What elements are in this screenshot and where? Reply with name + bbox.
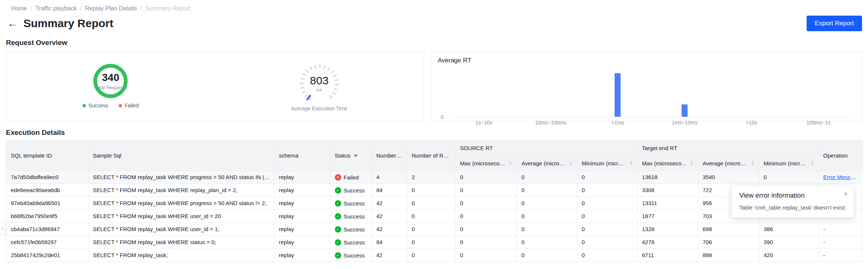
cell-s-max: 0 [455,184,517,197]
back-arrow-icon[interactable]: ← [7,19,17,29]
cell-s-max: 0 [455,223,517,236]
chart-column [651,69,718,117]
x-tick-label: <1ms [584,120,651,126]
side-panel-handle[interactable]: ‹ [0,222,5,235]
cell-number: 42 [372,197,407,210]
cell-t-max: 4278 [637,236,698,249]
col-schema: schema [274,141,330,171]
x-tick-label: 10ms~100ms [517,120,584,126]
sorter-icon[interactable]: ▲▼ [751,161,755,166]
popup-title: View error information [739,192,846,200]
x-tick-label: 1ms~10ms [651,120,718,126]
cell-status: ✓Success [330,184,372,197]
cell-schema: replay [274,171,330,184]
sorter-icon[interactable]: ▲▼ [630,161,633,166]
sorter-icon[interactable]: ▲▼ [811,161,814,166]
status-label: Success [344,252,365,259]
cell-s-avg: 0 [517,223,577,236]
bar [615,73,621,117]
status-label: Success [344,213,365,220]
col-group-target-end-rt: Target end RT [637,141,819,156]
status-label: Success [344,226,365,233]
success-icon: ✓ [335,252,341,259]
cell-number-re: 0 [407,249,455,262]
y-axis-tick: 0 [441,114,444,120]
legend-failed-label: Failed [125,103,139,108]
cell-number: 84 [372,184,407,197]
cell-status: ✓Success [330,210,372,223]
cell-schema: replay [274,210,330,223]
request-overview-title: Request Overview [6,39,868,47]
legend-success[interactable]: Success [83,103,108,108]
page-header: ← Summary Report Export Report [0,12,868,31]
popup-message: Table 'cmh_table.replay_task' doesn't ex… [739,204,846,211]
breadcrumb-item-home[interactable]: Home [11,5,27,12]
breadcrumb-item-replay-plan-details[interactable]: Replay Plan Details [85,5,137,12]
cell-sql: SELECT * FROM replay_task WHERE replay_p… [88,184,274,197]
cell-sql: SELECT * FROM replay_task WHERE progress… [88,171,274,184]
col-source-avg: Average (microsecond...▲▼ [517,156,577,171]
cell-s-avg: 0 [517,197,577,210]
close-icon[interactable]: ✕ [843,191,848,197]
chart-column [718,69,785,117]
dial-gauge: 803 us [293,61,345,105]
breadcrumb-item-summary-report: Summary Report [145,5,190,12]
cell-s-min: 0 [577,171,637,184]
chart-column [517,69,584,117]
cell-s-avg: 0 [517,236,577,249]
chart-title: Average RT [438,57,855,64]
donut-chart: 340 Total Requests [93,64,128,98]
cell-sql: SELECT * FROM replay_task WHERE user_id … [88,210,274,223]
failed-dot-icon [119,104,122,107]
col-target-max: Max (microseconds)...▲▼ [637,156,698,171]
legend-failed[interactable]: Failed [119,103,139,108]
cell-t-min: 386 [759,223,819,236]
cell-operation: - [819,249,863,262]
success-icon: ✓ [335,187,341,194]
chart-column [451,69,518,117]
cell-s-min: 0 [577,184,637,197]
col-sample-sql: Sample Sql [88,141,274,171]
cell-t-max: 1328 [637,223,698,236]
cell-id: b66f62be7950e9f5 [6,210,88,223]
cell-s-avg: 0 [517,184,577,197]
x-tick-label: 1s~10s [451,120,518,126]
cell-number: 4 [372,171,407,184]
table-row: 25b8417429c2de01SELECT * FROM replay_tas… [6,249,863,262]
cell-t-avg: 898 [698,249,759,262]
cell-number-re: 0 [407,236,455,249]
export-report-button[interactable]: Export Report [807,16,862,31]
cell-schema: replay [274,249,330,262]
status-label: Success [344,200,365,207]
cell-sql: SELECT * FROM replay_task WHERE progress… [88,197,274,210]
cell-id: 97eb40ab9da96501 [6,197,88,210]
cell-s-min: 0 [577,249,637,262]
cell-schema: replay [274,197,330,210]
cell-status: ✓Success [330,249,372,262]
page-title: Summary Report [23,17,113,30]
cell-sql: SELECT * FROM replay_task WHERE status =… [88,236,274,249]
col-number-of-re: Number of Re... [407,141,455,171]
sorter-icon[interactable]: ▲▼ [509,161,512,166]
total-requests-label: Total Requests [95,85,126,90]
cell-s-avg: 0 [517,249,577,262]
col-source-max: Max (microseconds)...▲▼ [455,156,517,171]
cell-number: 84 [372,236,407,249]
cell-t-max: 6711 [637,249,698,262]
cell-number-re: 0 [407,223,455,236]
sorter-icon[interactable]: ▲▼ [569,161,573,166]
breadcrumb: Home / Traffic playback / Replay Plan De… [0,0,868,12]
cell-sql: SELECT * FROM replay_task WHERE user_id … [88,223,274,236]
error-message-link[interactable]: Error Message [823,174,860,180]
cell-number-re: 2 [407,171,455,184]
cell-number: 42 [372,210,407,223]
cell-s-max: 0 [455,249,517,262]
col-status: Status [330,141,372,171]
bar [682,104,688,117]
sorter-icon[interactable]: ▲▼ [690,161,694,166]
cell-schema: replay [274,184,330,197]
requests-card: 340 Total Requests Success Failed 803 us… [6,51,424,121]
cell-t-max: 1877 [637,210,698,223]
status-filter-icon[interactable] [354,155,358,159]
breadcrumb-item-traffic-playback[interactable]: Traffic playback [35,5,77,12]
